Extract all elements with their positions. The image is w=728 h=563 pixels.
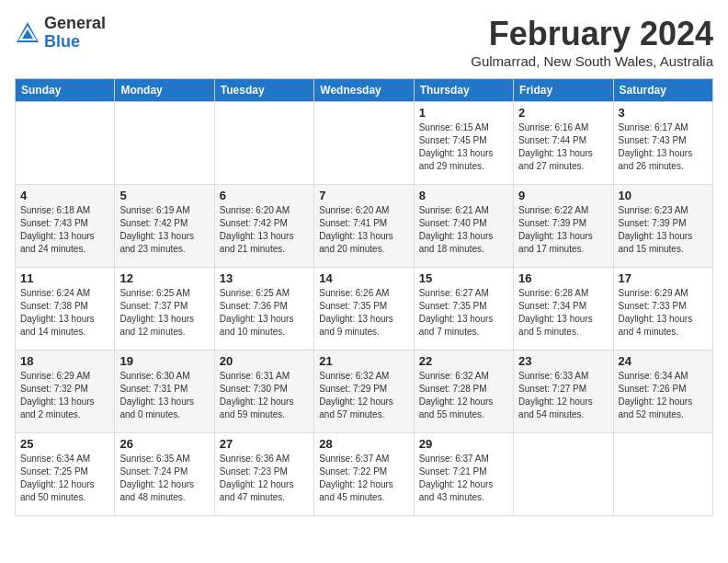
logo-icon — [15, 20, 40, 46]
day-info: Sunrise: 6:32 AM Sunset: 7:28 PM Dayligh… — [419, 370, 508, 421]
day-info: Sunrise: 6:16 AM Sunset: 7:44 PM Dayligh… — [518, 121, 608, 173]
day-info: Sunrise: 6:25 AM Sunset: 7:37 PM Dayligh… — [119, 287, 209, 339]
day-info: Sunrise: 6:37 AM Sunset: 7:22 PM Dayligh… — [319, 453, 408, 504]
day-info: Sunrise: 6:30 AM Sunset: 7:31 PM Dayligh… — [119, 370, 209, 421]
day-number: 22 — [419, 354, 508, 368]
day-info: Sunrise: 6:19 AM Sunset: 7:42 PM Dayligh… — [119, 204, 209, 256]
calendar-cell: 19Sunrise: 6:30 AM Sunset: 7:31 PM Dayli… — [115, 350, 214, 433]
calendar-week-row: 18Sunrise: 6:29 AM Sunset: 7:32 PM Dayli… — [16, 350, 713, 433]
calendar-cell: 6Sunrise: 6:20 AM Sunset: 7:42 PM Daylig… — [214, 185, 313, 268]
day-info: Sunrise: 6:37 AM Sunset: 7:21 PM Dayligh… — [419, 453, 508, 504]
calendar-cell: 27Sunrise: 6:36 AM Sunset: 7:23 PM Dayli… — [214, 433, 313, 516]
day-info: Sunrise: 6:17 AM Sunset: 7:43 PM Dayligh… — [619, 121, 708, 173]
calendar-cell: 24Sunrise: 6:34 AM Sunset: 7:26 PM Dayli… — [613, 350, 712, 433]
title-block: February 2024 Gulmarrad, New South Wales… — [471, 15, 713, 69]
calendar-week-row: 11Sunrise: 6:24 AM Sunset: 7:38 PM Dayli… — [16, 268, 713, 350]
day-number: 6 — [220, 189, 309, 202]
calendar-cell: 28Sunrise: 6:37 AM Sunset: 7:22 PM Dayli… — [314, 433, 414, 516]
page-header: General Blue February 2024 Gulmarrad, Ne… — [15, 15, 713, 69]
calendar-cell: 9Sunrise: 6:22 AM Sunset: 7:39 PM Daylig… — [514, 185, 613, 268]
day-info: Sunrise: 6:26 AM Sunset: 7:35 PM Dayligh… — [319, 287, 408, 339]
day-info: Sunrise: 6:29 AM Sunset: 7:32 PM Dayligh… — [20, 370, 109, 421]
day-number: 21 — [319, 354, 408, 368]
day-info: Sunrise: 6:23 AM Sunset: 7:39 PM Dayligh… — [619, 204, 708, 256]
day-number: 15 — [419, 271, 508, 285]
day-of-week-header: Wednesday — [314, 79, 414, 102]
day-info: Sunrise: 6:22 AM Sunset: 7:39 PM Dayligh… — [518, 204, 608, 256]
day-number: 20 — [220, 354, 309, 368]
day-of-week-header: Saturday — [613, 79, 712, 102]
logo-blue-text: Blue — [44, 32, 80, 51]
day-of-week-header: Thursday — [414, 79, 513, 102]
day-info: Sunrise: 6:29 AM Sunset: 7:33 PM Dayligh… — [619, 287, 708, 339]
day-number: 18 — [20, 354, 109, 368]
day-info: Sunrise: 6:21 AM Sunset: 7:40 PM Dayligh… — [419, 204, 508, 256]
calendar-cell: 18Sunrise: 6:29 AM Sunset: 7:32 PM Dayli… — [16, 350, 115, 433]
day-number: 14 — [319, 271, 408, 285]
calendar-cell: 21Sunrise: 6:32 AM Sunset: 7:29 PM Dayli… — [314, 350, 414, 433]
day-of-week-header: Sunday — [16, 79, 115, 102]
day-number: 25 — [20, 437, 109, 451]
calendar-table: SundayMondayTuesdayWednesdayThursdayFrid… — [15, 78, 713, 516]
calendar-cell: 2Sunrise: 6:16 AM Sunset: 7:44 PM Daylig… — [514, 102, 613, 185]
day-of-week-header: Tuesday — [214, 79, 313, 102]
calendar-cell: 14Sunrise: 6:26 AM Sunset: 7:35 PM Dayli… — [314, 268, 414, 350]
day-info: Sunrise: 6:25 AM Sunset: 7:36 PM Dayligh… — [220, 287, 309, 339]
day-number: 28 — [319, 437, 408, 451]
calendar-cell: 26Sunrise: 6:35 AM Sunset: 7:24 PM Dayli… — [115, 433, 214, 516]
day-info: Sunrise: 6:35 AM Sunset: 7:24 PM Dayligh… — [119, 453, 209, 504]
calendar-cell: 3Sunrise: 6:17 AM Sunset: 7:43 PM Daylig… — [613, 102, 712, 185]
day-number: 26 — [119, 437, 209, 451]
day-number: 9 — [518, 189, 608, 202]
calendar-cell: 8Sunrise: 6:21 AM Sunset: 7:40 PM Daylig… — [414, 185, 513, 268]
day-of-week-header: Friday — [514, 79, 613, 102]
calendar-cell: 23Sunrise: 6:33 AM Sunset: 7:27 PM Dayli… — [514, 350, 613, 433]
calendar-week-row: 4Sunrise: 6:18 AM Sunset: 7:43 PM Daylig… — [16, 185, 713, 268]
day-info: Sunrise: 6:18 AM Sunset: 7:43 PM Dayligh… — [20, 204, 109, 256]
logo: General Blue — [15, 15, 106, 52]
day-number: 3 — [619, 106, 708, 120]
calendar-cell — [115, 102, 214, 185]
calendar-cell: 1Sunrise: 6:15 AM Sunset: 7:45 PM Daylig… — [414, 102, 513, 185]
month-title: February 2024 — [471, 15, 713, 53]
day-number: 17 — [619, 271, 708, 285]
calendar-cell — [514, 433, 613, 516]
calendar-cell: 13Sunrise: 6:25 AM Sunset: 7:36 PM Dayli… — [214, 268, 313, 350]
calendar-cell: 22Sunrise: 6:32 AM Sunset: 7:28 PM Dayli… — [414, 350, 513, 433]
location-title: Gulmarrad, New South Wales, Australia — [471, 53, 713, 69]
day-number: 7 — [319, 189, 408, 202]
day-number: 24 — [619, 354, 708, 368]
day-number: 12 — [119, 271, 209, 285]
calendar-cell: 29Sunrise: 6:37 AM Sunset: 7:21 PM Dayli… — [414, 433, 513, 516]
calendar-week-row: 25Sunrise: 6:34 AM Sunset: 7:25 PM Dayli… — [16, 433, 713, 516]
calendar-cell: 16Sunrise: 6:28 AM Sunset: 7:34 PM Dayli… — [514, 268, 613, 350]
day-info: Sunrise: 6:36 AM Sunset: 7:23 PM Dayligh… — [220, 453, 309, 504]
day-info: Sunrise: 6:32 AM Sunset: 7:29 PM Dayligh… — [319, 370, 408, 421]
calendar-header-row: SundayMondayTuesdayWednesdayThursdayFrid… — [16, 79, 713, 102]
day-number: 16 — [518, 271, 608, 285]
day-info: Sunrise: 6:27 AM Sunset: 7:35 PM Dayligh… — [419, 287, 508, 339]
calendar-week-row: 1Sunrise: 6:15 AM Sunset: 7:45 PM Daylig… — [16, 102, 713, 185]
calendar-cell — [613, 433, 712, 516]
calendar-cell: 15Sunrise: 6:27 AM Sunset: 7:35 PM Dayli… — [414, 268, 513, 350]
day-number: 10 — [619, 189, 708, 202]
calendar-cell: 5Sunrise: 6:19 AM Sunset: 7:42 PM Daylig… — [115, 185, 214, 268]
day-info: Sunrise: 6:15 AM Sunset: 7:45 PM Dayligh… — [419, 121, 508, 173]
calendar-cell: 4Sunrise: 6:18 AM Sunset: 7:43 PM Daylig… — [16, 185, 115, 268]
calendar-cell: 12Sunrise: 6:25 AM Sunset: 7:37 PM Dayli… — [115, 268, 214, 350]
calendar-cell: 25Sunrise: 6:34 AM Sunset: 7:25 PM Dayli… — [16, 433, 115, 516]
day-info: Sunrise: 6:31 AM Sunset: 7:30 PM Dayligh… — [220, 370, 309, 421]
day-info: Sunrise: 6:24 AM Sunset: 7:38 PM Dayligh… — [20, 287, 109, 339]
day-number: 2 — [518, 106, 608, 120]
day-number: 23 — [518, 354, 608, 368]
calendar-cell: 7Sunrise: 6:20 AM Sunset: 7:41 PM Daylig… — [314, 185, 414, 268]
day-number: 5 — [119, 189, 209, 202]
day-of-week-header: Monday — [115, 79, 214, 102]
day-number: 1 — [419, 106, 508, 120]
day-number: 29 — [419, 437, 508, 451]
calendar-cell — [16, 102, 115, 185]
day-number: 19 — [119, 354, 209, 368]
day-info: Sunrise: 6:20 AM Sunset: 7:42 PM Dayligh… — [220, 204, 309, 256]
day-info: Sunrise: 6:34 AM Sunset: 7:25 PM Dayligh… — [20, 453, 109, 504]
day-info: Sunrise: 6:28 AM Sunset: 7:34 PM Dayligh… — [518, 287, 608, 339]
